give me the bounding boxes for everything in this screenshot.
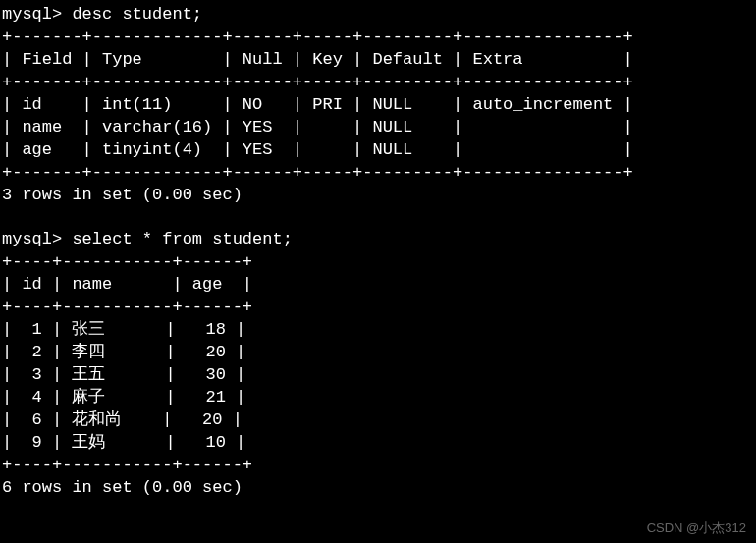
prompt: mysql> [2,230,62,248]
select-header: | id | name | age | [2,275,252,294]
watermark: CSDN @小杰312 [647,519,746,537]
select-row: | 6 | 花和尚 | 20 | [2,410,243,429]
select-row: | 1 | 张三 | 18 | [2,320,245,339]
desc-header: | Field | Type | Null | Key | Default | … [2,50,633,69]
select-border-mid: +----+-----------+------+ [2,298,252,316]
desc-row: | name | varchar(16) | YES | | NULL | | [2,118,633,136]
command-desc: desc student; [72,5,202,24]
desc-row: | age | tinyint(4) | YES | | NULL | | [2,140,633,159]
select-row: | 3 | 王五 | 30 | [2,365,245,384]
select-row: | 2 | 李四 | 20 | [2,343,245,361]
command-select: select * from student; [72,230,292,248]
select-row: | 4 | 麻子 | 21 | [2,388,245,407]
select-border-bot: +----+-----------+------+ [2,456,252,474]
desc-border-bot: +-------+-------------+------+-----+----… [2,163,633,182]
prompt: mysql> [2,5,62,24]
select-row: | 9 | 王妈 | 10 | [2,433,245,452]
desc-border-top: +-------+-------------+------+-----+----… [2,27,633,46]
desc-row: | id | int(11) | NO | PRI | NULL | auto_… [2,95,633,114]
select-summary: 6 rows in set (0.00 sec) [2,478,243,497]
terminal-output[interactable]: mysql> desc student; +-------+----------… [0,0,756,504]
select-border-top: +----+-----------+------+ [2,252,252,271]
desc-summary: 3 rows in set (0.00 sec) [2,186,243,204]
desc-border-mid: +-------+-------------+------+-----+----… [2,73,633,91]
